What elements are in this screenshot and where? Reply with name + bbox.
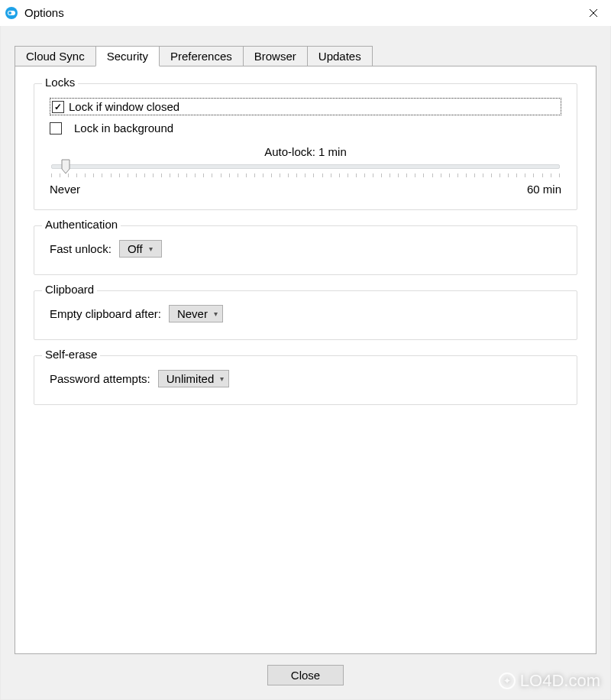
close-icon — [589, 8, 598, 18]
password-attempts-label: Password attempts: — [50, 372, 150, 385]
group-self-erase: Self-erase Password attempts: Unlimited … — [34, 355, 577, 405]
client-area: Cloud Sync Security Preferences Browser … — [0, 26, 611, 700]
checkbox-lock-in-background[interactable] — [50, 122, 62, 134]
tab-strip: Cloud Sync Security Preferences Browser … — [15, 46, 596, 66]
password-attempts-value: Unlimited — [166, 372, 215, 385]
empty-clipboard-after-label: Empty clipboard after: — [50, 307, 161, 320]
lock-if-window-closed-row[interactable]: Lock if window closed — [50, 98, 561, 115]
slider-range-labels: Never 60 min — [50, 183, 561, 196]
group-self-erase-legend: Self-erase — [42, 348, 100, 361]
titlebar: Options — [0, 0, 611, 26]
tab-browser[interactable]: Browser — [243, 46, 308, 66]
group-authentication: Authentication Fast unlock: Off ▾ — [34, 225, 577, 275]
slider-min-label: Never — [50, 183, 80, 196]
window-title: Options — [24, 6, 64, 19]
tab-cloud-sync[interactable]: Cloud Sync — [15, 46, 96, 66]
fast-unlock-label: Fast unlock: — [50, 242, 112, 255]
slider-thumb[interactable] — [61, 159, 70, 174]
group-authentication-legend: Authentication — [42, 218, 121, 231]
slider-ticks — [51, 173, 560, 178]
fast-unlock-value: Off — [128, 242, 143, 255]
group-locks-legend: Locks — [42, 76, 78, 89]
window-close-button[interactable] — [576, 0, 611, 26]
empty-clipboard-after-select[interactable]: Never ▾ — [169, 305, 223, 322]
chevron-down-icon: ▾ — [149, 245, 153, 253]
fast-unlock-select[interactable]: Off ▾ — [119, 240, 162, 258]
tab-preferences[interactable]: Preferences — [159, 46, 244, 66]
slider-max-label: 60 min — [527, 183, 561, 196]
auto-lock-slider[interactable] — [51, 164, 560, 169]
group-locks: Locks Lock if window closed Lock in back… — [34, 83, 577, 210]
lock-if-window-closed-label: Lock if window closed — [69, 100, 179, 113]
tab-security[interactable]: Security — [95, 46, 160, 66]
svg-point-2 — [8, 11, 11, 15]
checkbox-lock-if-window-closed[interactable] — [52, 101, 64, 113]
chevron-down-icon: ▾ — [214, 309, 218, 318]
empty-clipboard-after-value: Never — [177, 307, 208, 320]
group-clipboard: Clipboard Empty clipboard after: Never ▾ — [34, 290, 577, 340]
dialog-button-bar: Close — [1, 665, 610, 685]
group-clipboard-legend: Clipboard — [42, 283, 97, 296]
app-icon — [5, 6, 18, 20]
auto-lock-label: Auto-lock: 1 min — [50, 145, 561, 158]
chevron-down-icon: ▾ — [220, 374, 224, 383]
lock-in-background-label: Lock in background — [74, 122, 173, 134]
tab-updates[interactable]: Updates — [307, 46, 373, 66]
password-attempts-select[interactable]: Unlimited ▾ — [158, 370, 230, 387]
tab-page-security: Locks Lock if window closed Lock in back… — [15, 66, 596, 654]
close-button[interactable]: Close — [267, 665, 344, 685]
